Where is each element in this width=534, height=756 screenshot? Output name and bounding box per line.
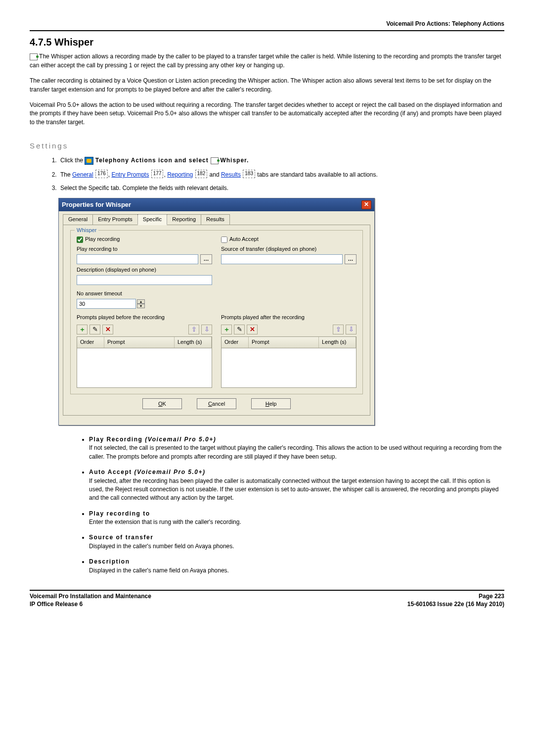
bullet-play-recording: Play Recording (Voicemail Pro 5.0+) If n… — [89, 435, 504, 461]
auto-accept-label: Auto Accept — [229, 236, 259, 243]
ref-176: 176 — [95, 170, 108, 178]
description-input[interactable] — [77, 275, 212, 285]
group-title: Whisper — [75, 227, 98, 235]
after-up-button[interactable]: ⇧ — [333, 325, 344, 334]
link-reporting[interactable]: Reporting — [167, 171, 193, 178]
section-heading: 4.7.5 Whisper — [30, 35, 504, 49]
after-down-button[interactable]: ⇩ — [346, 325, 356, 334]
tab-reporting[interactable]: Reporting — [167, 214, 201, 225]
before-list-header: Order Prompt Length (s) — [77, 336, 212, 348]
timeout-label: No answer timeout — [77, 290, 356, 298]
before-add-button[interactable]: ＋ — [77, 325, 88, 334]
bullet-play-recording-to: Play recording to Enter the extension th… — [89, 510, 504, 527]
description-label: Description (displayed on phone) — [77, 266, 212, 274]
timeout-input[interactable] — [77, 299, 136, 309]
whisper-icon — [30, 53, 38, 60]
tab-general[interactable]: General — [63, 214, 93, 225]
source-input[interactable] — [221, 254, 343, 264]
footer-left2: IP Office Release 6 — [30, 601, 151, 609]
cancel-button[interactable]: Cancel — [197, 398, 236, 409]
play-recording-label: Play recording — [85, 236, 120, 243]
dialog-titlebar: Properties for Whisper ✕ — [59, 198, 374, 212]
whisper-group: Whisper Play recording Play recording to… — [70, 230, 363, 394]
intro-p1: The Whisper action allows a recording ma… — [30, 52, 504, 70]
after-list-header: Order Prompt Length (s) — [221, 336, 356, 348]
bullet-source-of-transfer: Source of transfer Displayed in the call… — [89, 533, 504, 551]
close-button[interactable]: ✕ — [361, 200, 371, 209]
footer-right1: Page 223 — [407, 593, 504, 601]
whisper-icon — [211, 157, 219, 164]
link-results[interactable]: Results — [221, 171, 241, 178]
after-add-button[interactable]: ＋ — [221, 325, 232, 334]
before-up-button[interactable]: ⇧ — [188, 325, 199, 334]
tab-specific[interactable]: Specific — [137, 214, 168, 225]
before-label: Prompts played before the recording — [77, 314, 212, 322]
dialog-tabs: General Entry Prompts Specific Reporting… — [59, 211, 374, 225]
play-to-label: Play recording to — [77, 245, 212, 253]
link-entry-prompts[interactable]: Entry Prompts — [111, 171, 149, 178]
step-1: Click the Telephony Actions icon and sel… — [58, 156, 504, 165]
play-to-input[interactable] — [77, 254, 198, 264]
ok-button[interactable]: OK — [142, 398, 182, 409]
dialog-title: Properties for Whisper — [62, 200, 131, 210]
page-footer: Voicemail Pro Installation and Maintenan… — [30, 590, 504, 608]
auto-accept-checkbox[interactable] — [221, 236, 227, 243]
after-delete-button[interactable]: ✕ — [247, 325, 258, 334]
description-bullets: Play Recording (Voicemail Pro 5.0+) If n… — [89, 435, 504, 575]
source-browse-button[interactable]: … — [345, 254, 356, 264]
play-recording-checkbox[interactable] — [77, 236, 83, 243]
after-edit-button[interactable]: ✎ — [234, 325, 245, 334]
tab-entry-prompts[interactable]: Entry Prompts — [92, 214, 138, 225]
bullet-auto-accept: Auto Accept (Voicemail Pro 5.0+) If sele… — [89, 468, 504, 503]
tab-content-specific: Whisper Play recording Play recording to… — [63, 225, 370, 416]
step-3: Select the Specific tab. Complete the fi… — [58, 184, 504, 192]
telephony-actions-icon — [85, 157, 93, 165]
before-list[interactable] — [77, 348, 212, 388]
before-delete-button[interactable]: ✕ — [102, 325, 113, 334]
properties-dialog: Properties for Whisper ✕ General Entry P… — [58, 198, 375, 425]
after-list[interactable] — [221, 348, 356, 388]
source-label: Source of transfer (displayed on phone) — [221, 245, 356, 253]
header-category: Voicemail Pro Actions: Telephony Actions — [30, 20, 504, 31]
ref-177: 177 — [151, 170, 164, 178]
step-2: The General 176, Entry Prompts 177, Repo… — [58, 170, 504, 179]
intro-p2: The caller recording is obtained by a Vo… — [30, 77, 504, 94]
settings-steps: Click the Telephony Actions icon and sel… — [58, 156, 504, 193]
ref-183: 183 — [243, 170, 255, 178]
timeout-spinner[interactable]: ▴▾ — [137, 299, 145, 308]
ref-182: 182 — [195, 170, 208, 178]
before-down-button[interactable]: ⇩ — [201, 325, 212, 334]
footer-right2: 15-601063 Issue 22e (16 May 2010) — [407, 601, 504, 609]
after-label: Prompts played after the recording — [221, 314, 356, 322]
tab-results[interactable]: Results — [201, 214, 230, 225]
before-edit-button[interactable]: ✎ — [89, 325, 100, 334]
link-general[interactable]: General — [72, 171, 93, 178]
footer-left1: Voicemail Pro Installation and Maintenan… — [30, 593, 151, 601]
play-to-browse-button[interactable]: … — [200, 254, 212, 264]
settings-heading: Settings — [30, 141, 504, 151]
bullet-description: Description Displayed in the caller's na… — [89, 558, 504, 575]
help-button[interactable]: Help — [251, 398, 291, 409]
intro-p3: Voicemail Pro 5.0+ allows the action to … — [30, 101, 504, 127]
